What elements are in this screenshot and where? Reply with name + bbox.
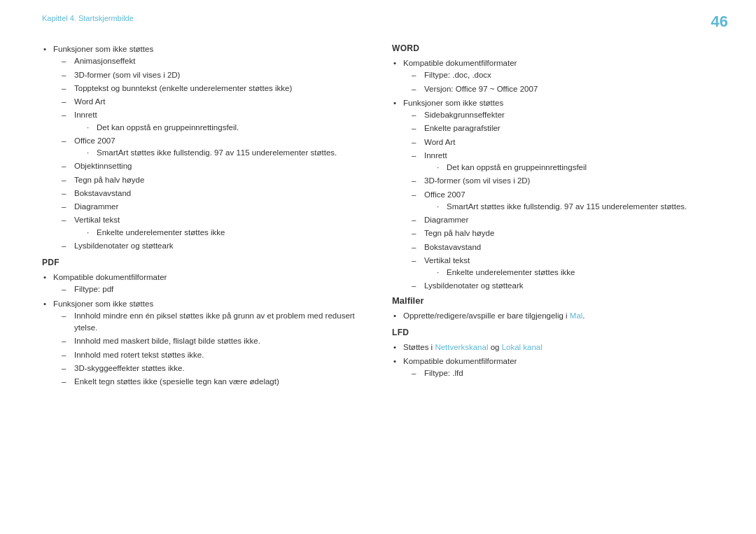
- sub-list: Innhold mindre enn én piksel støttes ikk…: [62, 310, 364, 388]
- sub-sub-list: SmartArt støttes ikke fullstendig. 97 av…: [85, 147, 364, 159]
- list-item: Versjon: Office 97 ~ Office 2007: [412, 83, 714, 95]
- list-item: Office 2007 SmartArt støttes ikke fullst…: [62, 135, 364, 160]
- sub-list: Sidebakgrunnseffekter Enkelte paragrafst…: [412, 109, 714, 293]
- nettverkskanal-link[interactable]: Nettverkskanal: [435, 343, 488, 351]
- list-item: 3D-skyggeeffekter støttes ikke.: [62, 363, 364, 374]
- list-item: Enkelt tegn støttes ikke (spesielle tegn…: [62, 376, 364, 388]
- list-item: SmartArt støttes ikke fullstendig. 97 av…: [435, 201, 714, 213]
- list-item: Enkelte underelementer støttes ikke: [85, 227, 364, 239]
- page-container: Kapittel 4. Startskjermbilde 46 Funksjon…: [0, 0, 756, 534]
- page-number: 46: [711, 13, 728, 31]
- list-item: Bokstavavstand: [412, 241, 714, 253]
- list-item: Innhold med rotert tekst støttes ikke.: [62, 349, 364, 361]
- list-item: Animasjonseffekt: [62, 55, 364, 67]
- sub-sub-list: Enkelte underelementer støttes ikke: [85, 227, 364, 239]
- malfiler-list: Opprette/redigere/avspille er bare tilgj…: [392, 310, 714, 322]
- list-item: Støttes i Nettverkskanal og Lokal kanal: [392, 342, 714, 353]
- list-item: Filtype: .doc, .docx: [412, 69, 714, 81]
- list-item: Enkelte underelementer støttes ikke: [435, 267, 714, 279]
- sub-list: Filtype: .doc, .docx Versjon: Office 97 …: [412, 69, 714, 95]
- list-item: Vertikal tekst Enkelte underelementer st…: [412, 255, 714, 279]
- list-item: Topptekst og bunntekst (enkelte underele…: [62, 83, 364, 94]
- list-item: Sidebakgrunnseffekter: [412, 109, 714, 121]
- word-section-heading: WORD: [392, 43, 714, 53]
- sub-sub-list: Enkelte underelementer støttes ikke: [435, 267, 714, 279]
- sub-sub-list: Det kan oppstå en gruppeinnrettingsfeil.: [85, 122, 364, 134]
- list-item: Innrett Det kan oppstå en gruppeinnretti…: [412, 150, 714, 174]
- sub-list: Animasjonseffekt 3D-former (som vil vise…: [62, 55, 364, 252]
- list-item: Opprette/redigere/avspille er bare tilgj…: [392, 310, 714, 322]
- list-item: SmartArt støttes ikke fullstendig. 97 av…: [85, 147, 364, 159]
- list-item: Kompatible dokumentfilformater Filtype: …: [392, 356, 714, 380]
- list-item: Innrett Det kan oppstå en gruppeinnretti…: [62, 109, 364, 134]
- list-item: Kompatible dokumentfilformater Filtype: …: [42, 272, 364, 296]
- list-item: Objektinnsetting: [62, 160, 364, 172]
- list-item: Tegn på halv høyde: [62, 174, 364, 186]
- right-column: WORD Kompatible dokumentfilformater Filt…: [392, 43, 714, 390]
- left-column: Funksjoner som ikke støttes Animasjonsef…: [42, 43, 364, 390]
- header-bar: Kapittel 4. Startskjermbilde 46: [42, 14, 714, 22]
- lokal-kanal-link[interactable]: Lokal kanal: [502, 343, 542, 351]
- intro-list: Funksjoner som ikke støttes Animasjonsef…: [42, 43, 364, 252]
- list-item: Word Art: [62, 96, 364, 108]
- sub-list: Filtype: pdf: [62, 283, 364, 295]
- sub-sub-list: Det kan oppstå en gruppeinnrettingsfeil: [435, 162, 714, 174]
- list-item: Diagrammer: [412, 214, 714, 226]
- list-item: Innhold mindre enn én piksel støttes ikk…: [62, 310, 364, 335]
- list-item: Innhold med maskert bilde, flislagt bild…: [62, 335, 364, 347]
- list-item: Det kan oppstå en gruppeinnrettingsfeil.: [85, 122, 364, 134]
- list-item: Funksjoner som ikke støttes Sidebakgrunn…: [392, 97, 714, 293]
- lfd-list: Støttes i Nettverkskanal og Lokal kanal …: [392, 342, 714, 380]
- list-item: Funksjoner som ikke støttes Animasjonsef…: [42, 43, 364, 252]
- mal-link[interactable]: Mal: [570, 311, 583, 320]
- list-item: Det kan oppstå en gruppeinnrettingsfeil: [435, 162, 714, 174]
- list-item: 3D-former (som vil vises i 2D): [412, 175, 714, 187]
- list-item: Vertikal tekst Enkelte underelementer st…: [62, 214, 364, 239]
- chapter-title: Kapittel 4. Startskjermbilde: [42, 14, 134, 22]
- lfd-section-heading: LFD: [392, 328, 714, 337]
- content-columns: Funksjoner som ikke støttes Animasjonsef…: [42, 43, 714, 390]
- list-item: Filtype: pdf: [62, 283, 364, 295]
- pdf-section-heading: PDF: [42, 258, 364, 267]
- list-item: Tegn på halv høyde: [412, 227, 714, 239]
- list-item: Diagrammer: [62, 201, 364, 213]
- list-item: Word Art: [412, 136, 714, 148]
- list-item: 3D-former (som vil vises i 2D): [62, 69, 364, 81]
- list-item: Lysbildenotater og støtteark: [412, 280, 714, 292]
- list-item-text: Funksjoner som ikke støttes: [53, 45, 153, 53]
- list-item: Bokstavavstand: [62, 188, 364, 199]
- list-item: Enkelte paragrafstiler: [412, 122, 714, 134]
- sub-list: Filtype: .lfd: [412, 367, 714, 379]
- pdf-list: Kompatible dokumentfilformater Filtype: …: [42, 272, 364, 388]
- malfiler-section-heading: Malfiler: [392, 295, 714, 306]
- list-item: Kompatible dokumentfilformater Filtype: …: [392, 57, 714, 95]
- list-item: Filtype: .lfd: [412, 367, 714, 379]
- word-list: Kompatible dokumentfilformater Filtype: …: [392, 57, 714, 293]
- sub-sub-list: SmartArt støttes ikke fullstendig. 97 av…: [435, 201, 714, 213]
- list-item: Funksjoner som ikke støttes Innhold mind…: [42, 298, 364, 388]
- list-item: Lysbildenotater og støtteark: [62, 240, 364, 252]
- list-item: Office 2007 SmartArt støttes ikke fullst…: [412, 189, 714, 213]
